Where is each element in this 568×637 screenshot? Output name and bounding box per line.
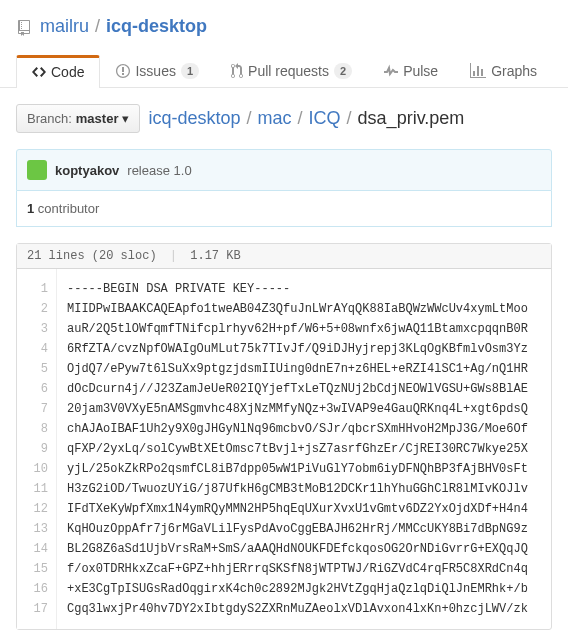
line-number[interactable]: 4 — [27, 339, 48, 359]
code-line: +xE3CgTpISUGsRadOqgirxK4ch0c2892MJgk2HVt… — [67, 579, 528, 599]
separator: / — [95, 16, 100, 37]
code-line: -----BEGIN DSA PRIVATE KEY----- — [67, 279, 528, 299]
code-line: H3zG2iOD/TwuozUYiG/j87UfkH6gCMB3tMoB12DC… — [67, 479, 528, 499]
tab-label: Issues — [135, 63, 175, 79]
file-header: 21 lines (20 sloc) | 1.17 KB — [17, 244, 551, 269]
repo-title: mailru / icq-desktop — [16, 16, 568, 37]
tab-counter: 2 — [334, 63, 352, 79]
contributor-count: 1 — [27, 201, 34, 216]
line-number[interactable]: 17 — [27, 599, 48, 619]
repo-tabs: Code Issues 1 Pull requests 2 Pulse Grap… — [0, 55, 568, 88]
line-number[interactable]: 7 — [27, 399, 48, 419]
code-line: 20jam3V0VXyE5nAMSgmvhc48XjNzMMfyNQz+3wIV… — [67, 399, 528, 419]
line-number[interactable]: 15 — [27, 559, 48, 579]
breadcrumb-file: dsa_priv.pem — [358, 108, 465, 129]
code-line: yjL/25okZkRPo2qsmfCL8iB7dpp05wW1PiVuGlY7… — [67, 459, 528, 479]
code-line: auR/2Q5tlOWfqmfTNifcplrhyv62H+pf/W6+5+08… — [67, 319, 528, 339]
branch-prefix: Branch: — [27, 111, 72, 126]
code-line: IFdTXeKyWpfXmx1N4ymRQyMMN2HP5hqEqUXurXvx… — [67, 499, 528, 519]
commit-tease: koptyakov release 1.0 — [16, 149, 552, 191]
line-number[interactable]: 14 — [27, 539, 48, 559]
repo-owner-link[interactable]: mailru — [40, 16, 89, 37]
line-number[interactable]: 12 — [27, 499, 48, 519]
code-line: OjdQ7/ePyw7t6lSuXx9ptgzjdsmIIUing0dnE7n+… — [67, 359, 528, 379]
avatar[interactable] — [27, 160, 47, 180]
code-line: dOcDcurn4j//J23ZamJeUeR02IQYjefTxLeTQzNU… — [67, 379, 528, 399]
file-content: 1234567891011121314151617 -----BEGIN DSA… — [17, 269, 551, 629]
breadcrumb-root[interactable]: icq-desktop — [148, 108, 240, 129]
tab-label: Graphs — [491, 63, 537, 79]
contributor-label: contributor — [38, 201, 99, 216]
file-box: 21 lines (20 sloc) | 1.17 KB 12345678910… — [16, 243, 552, 630]
line-number[interactable]: 13 — [27, 519, 48, 539]
commit-message-link[interactable]: release 1.0 — [127, 163, 191, 178]
code-line: f/ox0TDRHkxZcaF+GPZ+hhjERrrqSKSfN8jWTPTW… — [67, 559, 528, 579]
issues-icon — [116, 63, 130, 79]
file-size: 1.17 KB — [190, 249, 240, 263]
git-pull-request-icon — [231, 63, 243, 79]
code-line: KqHOuzOppAfr7j6rMGaVLilFysPdAvoCggEBAJH6… — [67, 519, 528, 539]
commit-author-link[interactable]: koptyakov — [55, 163, 119, 178]
tab-label: Code — [51, 64, 84, 80]
tab-graphs[interactable]: Graphs — [454, 55, 553, 87]
tab-label: Pull requests — [248, 63, 329, 79]
breadcrumb-segment[interactable]: mac — [258, 108, 292, 129]
caret-down-icon: ▾ — [122, 111, 129, 126]
line-number[interactable]: 11 — [27, 479, 48, 499]
repo-icon — [16, 16, 32, 37]
file-navigation: Branch: master ▾ icq-desktop / mac / ICQ… — [0, 88, 568, 149]
code-lines: -----BEGIN DSA PRIVATE KEY-----MIIDPwIBA… — [57, 269, 538, 629]
code-line: Cgq3lwxjPr40hv7DY2xIbtgdyS2ZXRnMuZAeolxV… — [67, 599, 528, 619]
code-line: MIIDPwIBAAKCAQEApfo1tweAB04Z3QfuJnLWrAYq… — [67, 299, 528, 319]
code-line: 6RfZTA/cvzNpfOWAIgOuMLut75k7TIvJf/Q9iDJH… — [67, 339, 528, 359]
breadcrumb-segment[interactable]: ICQ — [309, 108, 341, 129]
line-number[interactable]: 16 — [27, 579, 48, 599]
line-numbers[interactable]: 1234567891011121314151617 — [17, 269, 57, 629]
tab-pulse[interactable]: Pulse — [368, 55, 454, 87]
line-number[interactable]: 6 — [27, 379, 48, 399]
code-line: chAJAoIBAF1Uh2y9X0gJHGyNlNq96mcbvO/SJr/q… — [67, 419, 528, 439]
tab-counter: 1 — [181, 63, 199, 79]
line-number[interactable]: 2 — [27, 299, 48, 319]
tab-code[interactable]: Code — [16, 55, 100, 88]
file-line-count: 21 lines (20 sloc) — [27, 249, 157, 263]
tab-label: Pulse — [403, 63, 438, 79]
repo-name-link[interactable]: icq-desktop — [106, 16, 207, 37]
breadcrumb: icq-desktop / mac / ICQ / dsa_priv.pem — [148, 108, 464, 129]
line-number[interactable]: 10 — [27, 459, 48, 479]
code-line: BL2G8Z6aSd1UjbVrsRaM+SmS/aAAQHdNOUKFDEfc… — [67, 539, 528, 559]
tab-pull-requests[interactable]: Pull requests 2 — [215, 55, 368, 87]
graph-icon — [470, 63, 486, 79]
line-number[interactable]: 1 — [27, 279, 48, 299]
pulse-icon — [384, 63, 398, 79]
code-line: qFXP/2yxLq/solCywBtXEtOmsc7tBvjl+jsZ7asr… — [67, 439, 528, 459]
line-number[interactable]: 8 — [27, 419, 48, 439]
line-number[interactable]: 5 — [27, 359, 48, 379]
branch-select-menu[interactable]: Branch: master ▾ — [16, 104, 140, 133]
tab-issues[interactable]: Issues 1 — [100, 55, 215, 87]
line-number[interactable]: 3 — [27, 319, 48, 339]
code-icon — [32, 64, 46, 80]
contributors-bar[interactable]: 1 contributor — [16, 191, 552, 227]
branch-name: master — [76, 111, 119, 126]
line-number[interactable]: 9 — [27, 439, 48, 459]
